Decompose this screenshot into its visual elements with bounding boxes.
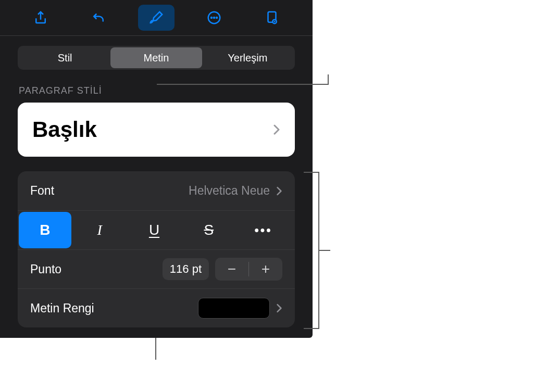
size-value[interactable]: 116 pt bbox=[163, 258, 209, 280]
more-dots-icon: ••• bbox=[254, 223, 272, 237]
undo-icon bbox=[91, 10, 106, 26]
size-row: Punto 116 pt − + bbox=[18, 249, 295, 288]
format-button[interactable] bbox=[138, 5, 175, 31]
format-panel: Stil Metin Yerleşim PARAGRAF STİLİ Başlı… bbox=[0, 0, 313, 338]
text-color-label: Metin Rengi bbox=[30, 301, 94, 315]
callout-line bbox=[304, 172, 319, 329]
tab-text[interactable]: Metin bbox=[110, 47, 202, 68]
paragraph-style-section-label: PARAGRAF STİLİ bbox=[18, 85, 295, 96]
paragraph-style-value: Başlık bbox=[32, 117, 97, 142]
more-button[interactable] bbox=[196, 5, 232, 31]
callout-line bbox=[157, 74, 329, 85]
paragraph-style-selector[interactable]: Başlık bbox=[18, 103, 295, 157]
font-label: Font bbox=[30, 184, 54, 198]
tab-layout[interactable]: Yerleşim bbox=[202, 47, 293, 68]
strikethrough-button[interactable]: S bbox=[182, 212, 235, 248]
callout-line bbox=[155, 338, 156, 360]
callout-line bbox=[319, 250, 330, 251]
size-stepper: − + bbox=[215, 258, 282, 281]
italic-button[interactable]: I bbox=[73, 212, 126, 248]
svg-point-3 bbox=[216, 17, 217, 18]
doc-view-icon bbox=[264, 10, 280, 26]
more-circle-icon bbox=[206, 10, 222, 26]
underline-button[interactable]: U bbox=[128, 212, 181, 248]
text-color-swatch[interactable] bbox=[198, 298, 270, 319]
share-icon bbox=[33, 10, 48, 26]
undo-button[interactable] bbox=[80, 5, 117, 31]
document-view-button[interactable] bbox=[254, 5, 290, 31]
chevron-right-icon bbox=[276, 303, 282, 313]
tab-style[interactable]: Stil bbox=[19, 47, 110, 68]
svg-point-1 bbox=[211, 17, 212, 18]
size-decrease-button[interactable]: − bbox=[215, 258, 248, 281]
text-style-buttons: B I U S ••• bbox=[18, 210, 295, 249]
font-row[interactable]: Font Helvetica Neue bbox=[18, 171, 295, 210]
format-tabs: Stil Metin Yerleşim bbox=[18, 46, 295, 70]
bold-button[interactable]: B bbox=[19, 212, 71, 248]
more-text-options-button[interactable]: ••• bbox=[237, 212, 290, 248]
svg-point-2 bbox=[214, 17, 215, 18]
top-toolbar bbox=[0, 0, 313, 36]
size-increase-button[interactable]: + bbox=[249, 258, 282, 281]
format-brush-icon bbox=[148, 10, 164, 26]
font-value: Helvetica Neue bbox=[189, 184, 270, 198]
size-label: Punto bbox=[30, 262, 61, 276]
chevron-right-icon bbox=[273, 124, 280, 135]
svg-point-6 bbox=[274, 21, 276, 22]
share-button[interactable] bbox=[22, 5, 59, 31]
text-color-row[interactable]: Metin Rengi bbox=[18, 288, 295, 327]
text-format-card: Font Helvetica Neue B I U S ••• Punto bbox=[18, 171, 295, 327]
chevron-right-icon bbox=[276, 186, 282, 196]
